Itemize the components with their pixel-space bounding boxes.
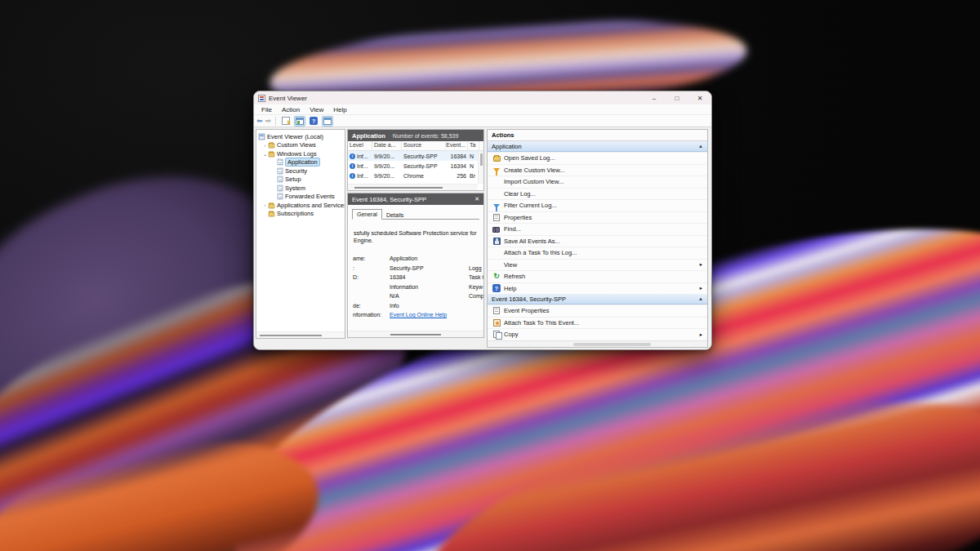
menu-file[interactable]: File [256,106,277,113]
scrollbar-thumb[interactable] [480,153,483,166]
event-count-label: Number of events: 58,539 [393,133,459,139]
info-icon: i [350,173,355,179]
tree-item-setup[interactable]: Setup [256,176,345,184]
field-row-log-name: ame: Application [348,256,483,265]
event-row[interactable]: iInf... 9/9/20... Security-SPP 16384 N [348,151,483,161]
window-title: Event Viewer [269,95,307,102]
properties-icon [493,214,500,221]
submenu-arrow-icon: ▸ [700,331,702,338]
close-button[interactable]: ✕ [688,91,711,104]
action-find[interactable]: Find... [488,223,707,235]
column-source[interactable]: Source [402,141,446,150]
forward-icon[interactable]: ➡ [265,118,272,125]
export-log-button[interactable] [280,116,292,127]
wallpaper-orange-curve [0,410,336,551]
tree-item-root[interactable]: Event Viewer (Local) [256,132,345,141]
action-save-all-events-as[interactable]: Save All Events As... [488,235,707,247]
log-icon [278,176,283,183]
tree-item-windows-logs[interactable]: ⌄ Windows Logs [256,149,345,158]
action-clear-log[interactable]: Clear Log... [488,188,707,200]
tab-details[interactable]: Details [382,211,408,220]
properties-icon [493,307,500,314]
folder-icon [269,152,275,157]
scrollbar-thumb[interactable] [260,335,322,336]
actions-section-event[interactable]: Event 16384, Security-SPP ▲ [488,294,707,304]
field-row-level: Information Keyw [348,284,483,294]
event-details-title: Event 16384, Security-SPP [352,196,426,203]
export-icon [282,117,290,125]
folder-icon [269,144,275,149]
log-icon [278,184,283,191]
action-copy[interactable]: Copy ▸ [488,328,707,340]
action-event-properties[interactable]: Event Properties [488,304,707,317]
column-event-id[interactable]: Event... [446,141,468,150]
event-list-horizontal-scrollbar[interactable] [348,184,478,190]
log-icon [278,193,283,200]
collapse-section-icon[interactable]: ▲ [698,296,703,301]
save-icon [493,238,501,245]
action-properties[interactable]: Properties [488,211,707,224]
info-icon: i [350,163,355,169]
menu-help[interactable]: Help [328,106,351,113]
title-bar[interactable]: Event Viewer – □ ✕ [254,91,711,104]
scrollbar-thumb[interactable] [354,187,443,189]
tree-item-system[interactable]: System [256,184,345,193]
action-open-saved-log[interactable]: Open Saved Log... [488,152,707,164]
maximize-button[interactable]: □ [666,91,688,104]
console-tree-toggle-button[interactable] [294,116,305,127]
action-view[interactable]: View ▸ [488,259,707,271]
action-attach-task-to-event[interactable]: Attach Task To This Event... [488,317,707,329]
minimize-button[interactable]: – [643,91,666,104]
field-row-source: : Security-SPP Logg [348,265,483,275]
console-tree-icon [296,118,304,125]
action-create-custom-view[interactable]: Create Custom View... [488,164,707,176]
column-task[interactable]: Ta [468,141,479,150]
wallpaper-red-band [407,357,980,551]
wallpaper-dark-swirl [143,438,626,551]
collapse-section-icon[interactable]: ▲ [698,144,703,149]
action-pane-toggle-button[interactable] [322,116,333,127]
column-level[interactable]: Level [348,141,372,150]
help-button[interactable]: ? [308,116,319,127]
chevron-collapsed-icon[interactable]: › [262,202,268,207]
event-list-vertical-scrollbar[interactable] [478,152,483,184]
action-import-custom-view[interactable]: Import Custom View... [488,176,707,188]
tab-general[interactable]: General [352,209,382,220]
log-icon [278,167,283,174]
action-pane-icon [323,118,332,125]
action-refresh[interactable]: ↻ Refresh [488,270,707,282]
tree-item-custom-views[interactable]: › Custom Views [256,141,345,150]
action-help[interactable]: ? Help ▸ [488,282,707,295]
tree-item-subscriptions[interactable]: Subscriptions [256,210,345,219]
folder-icon [269,212,275,217]
scrollbar-thumb[interactable] [573,343,651,346]
event-viewer-root-icon [259,133,265,140]
tree-item-application[interactable]: Application [256,158,345,167]
actions-section-application[interactable]: Application ▲ [488,141,707,152]
chevron-expanded-icon[interactable]: ⌄ [262,151,268,157]
back-icon[interactable]: ⬅ [256,118,263,125]
submenu-arrow-icon: ▸ [700,285,702,291]
action-filter-current-log[interactable]: Filter Current Log... [488,199,707,211]
tree-item-applications-services[interactable]: › Applications and Services Lo [256,201,345,210]
menu-view[interactable]: View [305,106,328,113]
tree-item-forwarded-events[interactable]: Forwarded Events [256,193,345,202]
details-horizontal-scrollbar[interactable] [348,331,483,337]
menu-action[interactable]: Action [277,106,305,113]
tree-item-security[interactable]: Security [256,167,345,176]
folder-icon [269,203,275,208]
toolbar-separator [275,117,276,126]
chevron-collapsed-icon[interactable]: › [262,143,268,148]
scrollbar-thumb[interactable] [390,334,441,335]
column-date[interactable]: Date a... [372,141,402,150]
find-icon [492,226,501,233]
actions-horizontal-scrollbar[interactable] [488,340,707,347]
event-row[interactable]: iInf... 9/9/20... Security-SPP 16394 N [348,161,483,171]
field-row-user: N/A Comp [348,293,483,303]
action-attach-task-to-log[interactable]: Attach a Task To this Log... [488,247,707,259]
close-details-icon[interactable]: ✕ [474,196,479,202]
event-row[interactable]: iInf... 9/9/20... Chrome 256 Br [348,171,483,180]
tree-horizontal-scrollbar[interactable] [256,331,345,338]
refresh-icon: ↻ [493,273,500,280]
event-log-online-help-link[interactable]: Event Log Online Help [390,312,447,318]
